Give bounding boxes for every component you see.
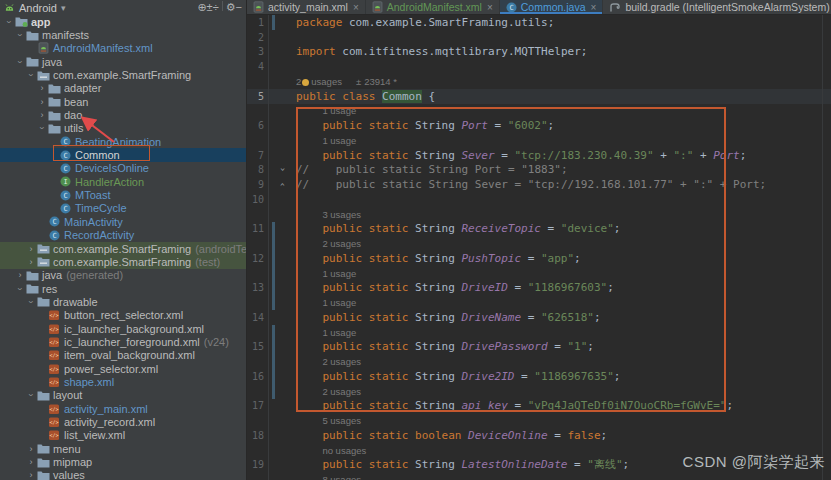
inlay-row[interactable]: 8 usages <box>247 472 831 480</box>
code-line-2[interactable]: 2 <box>247 30 831 45</box>
inlay-row[interactable]: 3 usages <box>247 207 831 222</box>
tree-item-ic-launcher-foreground-xml-v24[interactable]: </>ic_launcher_foreground.xml(v24) <box>0 335 246 348</box>
tree-item-com-example-smartframing[interactable]: ›com.example.SmartFraming <box>0 68 246 81</box>
tree-expander-icon[interactable]: › <box>26 70 36 80</box>
usages-hint[interactable]: 5 usages <box>296 415 831 426</box>
code-line-6[interactable]: 6public static String Port = "6002"; <box>247 118 831 133</box>
inlay-row[interactable]: 2 usages <box>247 236 831 251</box>
tree-expander-icon[interactable]: › <box>4 17 14 27</box>
tab-androidmanifest-xml[interactable]: AndroidManifest.xml× <box>366 0 500 14</box>
tree-expander-icon[interactable]: › <box>37 83 47 93</box>
tree-item-recordactivity[interactable]: CRecordActivity <box>0 229 246 242</box>
tree-item-mipmap[interactable]: ›mipmap <box>0 455 246 468</box>
usages-hint[interactable]: 2 usages <box>296 238 831 249</box>
hide-panel-icon[interactable]: − <box>236 1 242 13</box>
tree-item-adapter[interactable]: ›adapter <box>0 82 246 95</box>
tree-item-list-view-xml[interactable]: </>list_view.xml <box>0 429 246 442</box>
tree-expander-icon[interactable]: › <box>15 30 25 40</box>
tree-expander-icon[interactable]: › <box>15 57 25 67</box>
intention-bulb-icon[interactable] <box>302 79 309 86</box>
inlay-row[interactable]: 1 usage <box>247 104 831 119</box>
code-line-16[interactable]: 16public static String Drive2ID = "11869… <box>247 369 831 384</box>
tree-item-common[interactable]: CCommon <box>0 148 246 161</box>
tree-item-ic-launcher-background-xml[interactable]: </>ic_launcher_background.xml <box>0 322 246 335</box>
tree-item-layout[interactable]: ›layout <box>0 389 246 402</box>
code-line-11[interactable]: 11public static String ReceiveTopic = "d… <box>247 222 831 237</box>
tree-item-drawable[interactable]: ›drawable <box>0 295 246 308</box>
code-line-1[interactable]: 1package com.example.SmartFraming.utils; <box>247 15 831 30</box>
fold-start-icon[interactable]: › <box>278 167 287 172</box>
tree-item-values[interactable]: ›values <box>0 469 246 480</box>
usages-hint[interactable]: 2 usages <box>296 386 831 397</box>
settings-gear-icon[interactable]: ⚙ <box>226 1 236 13</box>
usages-hint[interactable]: 2usages±23914 * <box>296 76 831 87</box>
inlay-row[interactable]: 5 usages <box>247 413 831 428</box>
usages-hint[interactable]: 1 usage <box>296 327 831 338</box>
usages-hint[interactable]: 2 usages <box>296 356 831 367</box>
inlay-row[interactable]: 1 usage <box>247 325 831 340</box>
tree-expander-icon[interactable]: › <box>37 97 47 107</box>
close-tab-icon[interactable]: × <box>353 2 359 13</box>
code-line-14[interactable]: 14public static String DriveName = "6265… <box>247 310 831 325</box>
inlay-row[interactable]: 2usages±23914 * <box>247 74 831 89</box>
tree-item-mtoast[interactable]: CMToast <box>0 188 246 201</box>
inlay-row[interactable]: 1 usage <box>247 295 831 310</box>
code-editor[interactable]: 1package com.example.SmartFraming.utils;… <box>247 15 831 480</box>
tab-build-gradle-intelligentsmokealarmsystem[interactable]: build.gradle (IntelligentSmokeAlarmSyste… <box>603 0 831 14</box>
code-line-9[interactable]: 9›// public static String Sever = "tcp:/… <box>247 177 831 192</box>
tree-item-com-example-smartframing-test[interactable]: ›com.example.SmartFraming(test) <box>0 255 246 268</box>
tree-expander-icon[interactable]: › <box>26 244 36 254</box>
tree-item-button-rect-selector-xml[interactable]: </>button_rect_selector.xml <box>0 309 246 322</box>
close-tab-icon[interactable]: × <box>487 2 493 13</box>
tree-item-utils[interactable]: ›utils <box>0 122 246 135</box>
collapse-all-icon[interactable]: ÷ <box>213 1 219 13</box>
close-tab-icon[interactable]: × <box>591 2 597 13</box>
tree-expander-icon[interactable]: › <box>26 297 36 307</box>
inlay-row[interactable]: 1 usage <box>247 266 831 281</box>
usages-hint[interactable]: 3 usages <box>296 209 831 220</box>
code-line-3[interactable]: 3import com.itfitness.mqttlibrary.MQTTHe… <box>247 45 831 60</box>
code-line-17[interactable]: 17public static String api_key = "vPq4Ja… <box>247 399 831 414</box>
usages-hint[interactable]: 1 usage <box>296 135 831 146</box>
usages-hint[interactable]: no usages <box>296 445 831 456</box>
tree-expander-icon[interactable]: › <box>26 470 36 480</box>
locate-file-icon[interactable]: ⊕ <box>197 1 206 13</box>
tree-item-dao[interactable]: ›dao <box>0 108 246 121</box>
code-line-18[interactable]: 18public static boolean DeviceOnline = f… <box>247 428 831 443</box>
chevron-down-icon[interactable]: ▾ <box>61 3 66 13</box>
tree-item-androidmanifest-xml[interactable]: AndroidManifest.xml <box>0 42 246 55</box>
tree-item-handleraction[interactable]: IHandlerAction <box>0 175 246 188</box>
code-line-10[interactable]: 10 <box>247 192 831 207</box>
usages-hint[interactable]: 1 usage <box>296 268 831 279</box>
tree-expander-icon[interactable]: › <box>26 390 36 400</box>
tree-expander-icon[interactable]: › <box>37 110 47 120</box>
tree-item-mainactivity[interactable]: CMainActivity <box>0 215 246 228</box>
inlay-row[interactable]: 1 usage <box>247 133 831 148</box>
tree-expander-icon[interactable]: › <box>15 284 25 294</box>
code-line-13[interactable]: 13public static String DriveID = "118696… <box>247 281 831 296</box>
code-line-15[interactable]: 15public static String DrivePassword = "… <box>247 340 831 355</box>
tree-item-menu[interactable]: ›menu <box>0 442 246 455</box>
code-line-5[interactable]: 5public class Common { <box>247 89 831 104</box>
tree-expander-icon[interactable]: › <box>26 457 36 467</box>
fold-end-icon[interactable]: › <box>278 182 287 187</box>
tree-expander-icon[interactable]: › <box>15 270 25 280</box>
tree-item-res[interactable]: ›res <box>0 282 246 295</box>
code-line-19[interactable]: 19public static String LatestOnlineDate … <box>247 458 831 473</box>
tab-activity-main-xml[interactable]: activity_main.xml× <box>247 0 366 14</box>
inlay-row[interactable]: 2 usages <box>247 384 831 399</box>
tree-item-manifests[interactable]: ›manifests <box>0 28 246 41</box>
tab-common-java[interactable]: CCommon.java× <box>500 0 604 14</box>
tree-item-shape-xml[interactable]: </>shape.xml <box>0 375 246 388</box>
tree-item-bean[interactable]: ›bean <box>0 95 246 108</box>
project-view-selector[interactable]: Android <box>19 2 57 14</box>
scrollbar-track[interactable] <box>822 15 823 480</box>
tree-item-java[interactable]: ›java <box>0 55 246 68</box>
tree-item-power-selector-xml[interactable]: </>power_selector.xml <box>0 362 246 375</box>
tree-item-timecycle[interactable]: CTimeCycle <box>0 202 246 215</box>
code-line-7[interactable]: 7public static String Sever = "tcp://183… <box>247 148 831 163</box>
inlay-row[interactable]: 2 usages <box>247 354 831 369</box>
tree-item-com-example-smartframing-androidtest[interactable]: ›com.example.SmartFraming(androidTest) <box>0 242 246 255</box>
tree-expander-icon[interactable]: › <box>26 444 36 454</box>
usages-hint[interactable]: 1 usage <box>296 105 831 116</box>
